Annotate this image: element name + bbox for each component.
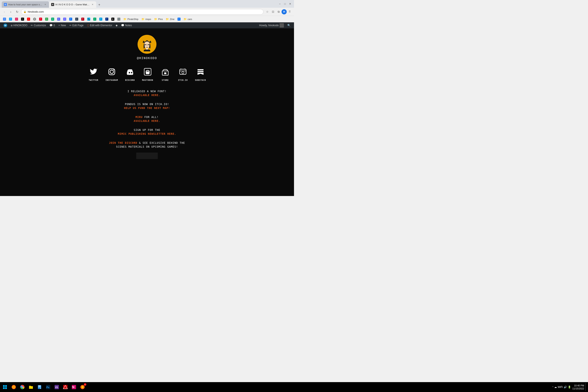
- store-label: STORE: [162, 79, 169, 81]
- bookmark-notion[interactable]: N: [20, 17, 25, 21]
- bookmarks-bar: G T I N G ♣ P G M D M F: [0, 16, 294, 22]
- minimize-button[interactable]: –: [278, 2, 282, 6]
- close-button[interactable]: ✕: [288, 2, 292, 6]
- notes-icon: 💭: [121, 24, 124, 27]
- itch-link[interactable]: ITCH.IO: [177, 66, 188, 81]
- svg-point-2: [145, 44, 146, 45]
- folder-inspo-label: inspo: [146, 18, 151, 20]
- mastodon-link[interactable]: MASTODON: [142, 66, 153, 81]
- new-label: New: [61, 24, 66, 27]
- bookmark-google[interactable]: G: [2, 17, 7, 21]
- bookmark-medium[interactable]: M: [50, 17, 56, 21]
- title-bar: G How to host your own space on... ✕ H H…: [0, 0, 294, 8]
- bookmark-black[interactable]: ■: [110, 17, 116, 21]
- tab-1[interactable]: G How to host your own space on... ✕: [2, 1, 49, 8]
- wp-edit-elementor[interactable]: ⬡ Edit with Elementor: [85, 22, 114, 28]
- bookmark-folder-pirateship[interactable]: 📁 PirateShip: [122, 17, 140, 21]
- substack-link[interactable]: SUBSTACK: [195, 66, 206, 81]
- url-bar[interactable]: 🔒 hinokodo.com: [21, 9, 264, 14]
- refresh-button[interactable]: ↻: [14, 9, 20, 14]
- bookmark-square[interactable]: S: [92, 17, 98, 21]
- edit-elementor-label: Edit with Elementor: [90, 24, 112, 27]
- back-button[interactable]: ‹: [2, 9, 7, 14]
- customize-label: Customize: [34, 24, 46, 27]
- customize-icon: ✏: [31, 24, 33, 27]
- howdy-text: Howdy, hinokodo: [259, 24, 279, 27]
- folder-icon: 📁: [142, 18, 145, 21]
- svg-point-6: [110, 70, 114, 74]
- ann4-link[interactable]: MIMIC PUBLISHING NEWSLETTER HERE.: [118, 132, 176, 136]
- instagram-link[interactable]: INSTAGRAM: [106, 66, 118, 81]
- new-tab-button[interactable]: +: [96, 2, 102, 8]
- bookmark-paypal3[interactable]: P: [104, 17, 110, 21]
- cast-button[interactable]: ⊡: [270, 9, 276, 14]
- profile-button[interactable]: H: [282, 9, 287, 14]
- tab2-close-button[interactable]: ✕: [91, 3, 94, 6]
- wp-comments[interactable]: 💬 0: [48, 22, 57, 28]
- tabs-container: G How to host your own space on... ✕ H H…: [2, 0, 276, 8]
- discord-link[interactable]: DISCORD: [124, 66, 136, 81]
- edit-page-label: Edit Page: [72, 24, 84, 27]
- tab2-title: H I N O K O D O – Game Maker ...: [56, 3, 90, 6]
- bookmark-mastodon[interactable]: M: [62, 17, 68, 21]
- ann3-link[interactable]: AVAILABLE HERE.: [134, 120, 160, 122]
- bookmark-maps[interactable]: G: [44, 17, 50, 21]
- folder-icon: 📁: [166, 18, 169, 21]
- page-wrapper: G How to host your own space on... ✕ H H…: [0, 0, 294, 196]
- bookmark-facebook[interactable]: F: [68, 17, 74, 21]
- split-screen-button[interactable]: ⧉: [276, 9, 281, 14]
- bookmark-trello[interactable]: ♣: [32, 17, 38, 21]
- bookmark-folder-pins[interactable]: 📁 Pins: [153, 17, 164, 21]
- tab-2[interactable]: H H I N O K O D O – Game Maker ... ✕: [49, 1, 96, 8]
- ann3-line1: MIRU FOR ALL!: [136, 116, 158, 119]
- forward-button[interactable]: ›: [8, 9, 13, 14]
- ann2-line1: PONDUS IS NOW ON ITCH.IO!: [125, 103, 169, 106]
- site-logo-container: @HINOKODO: [137, 35, 157, 60]
- svg-rect-14: [198, 71, 204, 72]
- bookmark-g2[interactable]: G: [26, 17, 32, 21]
- bookmark-tumblr[interactable]: t: [74, 17, 80, 21]
- bookmark-instagram[interactable]: I: [14, 17, 19, 21]
- bookmark-fb-icon[interactable]: F: [176, 17, 182, 21]
- wp-logo-icon: ⊞: [11, 24, 12, 27]
- maximize-button[interactable]: □: [283, 2, 287, 6]
- announcement-4: SIGN UP FOR THE MIMIC PUBLISHING NEWSLET…: [118, 128, 176, 136]
- bookmark-twitter[interactable]: T: [8, 17, 13, 21]
- wp-logo-item[interactable]: W: [2, 22, 9, 28]
- bookmark-clip[interactable]: 📎: [116, 17, 122, 21]
- ann5-discord-link[interactable]: JOIN THE DISCORD: [109, 142, 137, 144]
- bookmark-paypal2[interactable]: P: [98, 17, 104, 21]
- wp-new[interactable]: + New: [57, 22, 68, 28]
- elementor-icon: ⬡: [87, 24, 89, 27]
- announcement-5: JOIN THE DISCORD & SEE EXCLUSIVE BEHIND …: [109, 142, 185, 148]
- wp-search[interactable]: 🔍: [286, 22, 292, 28]
- tab1-close-button[interactable]: ✕: [44, 3, 47, 6]
- folder-cars-label: cars: [188, 18, 192, 20]
- twitter-link[interactable]: TWITTER: [88, 66, 99, 81]
- diamond-icon: ◆: [116, 24, 118, 27]
- wp-customize[interactable]: ✏ Customize: [29, 22, 48, 28]
- extensions-button[interactable]: ⠿: [287, 9, 292, 14]
- ann1-link[interactable]: AVAILABLE HERE.: [134, 94, 160, 97]
- comment-icon: 💬: [50, 24, 53, 27]
- wp-logo: W: [4, 24, 7, 27]
- bookmark-folder-inspo[interactable]: 📁 inspo: [140, 17, 152, 21]
- bookmark-discord[interactable]: D: [56, 17, 62, 21]
- wp-howdy[interactable]: Howdy, hinokodo: [258, 22, 286, 28]
- wp-notes[interactable]: 💭 Notes: [119, 22, 134, 28]
- address-bar-right: ☆ ⊡ ⧉ H ⠿: [265, 9, 292, 14]
- store-link[interactable]: STORE: [160, 66, 171, 81]
- admin-avatar: [280, 23, 284, 28]
- wp-site-name[interactable]: ⊞ HINOKODO: [9, 22, 29, 28]
- ann2-link[interactable]: HELP US FUND THE NEXT MAP!: [124, 106, 170, 110]
- bookmark-pinterest[interactable]: P: [38, 17, 44, 21]
- bookmark-star-button[interactable]: ☆: [265, 9, 270, 14]
- bookmark-pinterest2[interactable]: P: [80, 17, 86, 21]
- bookmark-phone[interactable]: 📞: [86, 17, 92, 21]
- wp-diamond[interactable]: ◆: [114, 22, 119, 28]
- folder-pins-label: Pins: [158, 18, 163, 20]
- wp-edit-page[interactable]: ✏ Edit Page: [68, 22, 85, 28]
- bookmark-folder-cars[interactable]: 📁 cars: [182, 17, 194, 21]
- itch-icon: [177, 66, 188, 77]
- bookmark-folder-zine[interactable]: 📁 Zine: [164, 17, 176, 21]
